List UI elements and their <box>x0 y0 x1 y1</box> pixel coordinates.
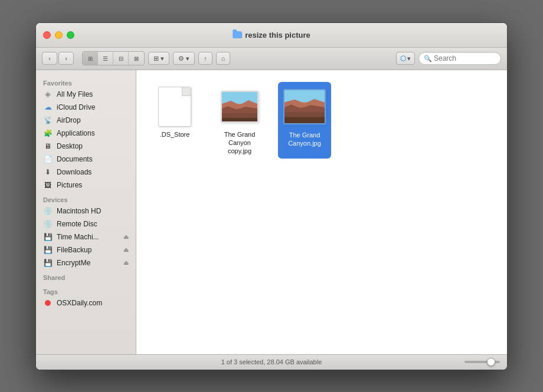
sidebar-item-desktop[interactable]: 🖥 Desktop <box>36 140 136 153</box>
view-buttons: ⊞ ☰ ⊟ ⊠ <box>82 51 145 65</box>
icloud-icon: ☁ <box>43 103 53 112</box>
action-button[interactable]: ⚙ ▾ <box>173 52 195 65</box>
airdrop-icon: 📡 <box>43 116 53 125</box>
titlebar: resize this picture <box>36 23 507 48</box>
sidebar-item-airdrop[interactable]: 📡 AirDrop <box>36 114 136 127</box>
sidebar-item-downloads[interactable]: ⬇ Downloads <box>36 166 136 179</box>
share-label: ↑ <box>204 55 207 62</box>
sidebar-label: Applications <box>57 129 95 137</box>
sidebar-item-documents[interactable]: 📄 Documents <box>36 153 136 166</box>
file-name: The Grand Canyon copy.jpg <box>217 130 263 156</box>
sidebar-label: AirDrop <box>57 116 81 124</box>
dropbox-button[interactable]: ⬡ ▾ <box>396 52 415 65</box>
allfiles-icon: ◈ <box>43 90 53 99</box>
sidebar-label: All My Files <box>57 90 93 98</box>
downloads-icon: ⬇ <box>43 167 53 177</box>
file-icon <box>283 85 326 128</box>
file-name: .DS_Store <box>160 130 190 139</box>
back-button[interactable]: ‹ <box>42 52 57 65</box>
eject-icon[interactable]: ⏏ <box>123 233 129 240</box>
devices-section-label: Devices <box>36 194 136 205</box>
svg-rect-10 <box>284 112 325 117</box>
search-box[interactable]: 🔍 <box>418 52 501 65</box>
svg-rect-11 <box>284 117 325 123</box>
sidebar-item-time-machine[interactable]: 💾 Time Machi... ⏏ <box>36 230 136 243</box>
sidebar-label: Documents <box>57 155 93 163</box>
desktop-icon: 🖥 <box>43 141 53 151</box>
sidebar-label: OSXDaily.com <box>57 299 102 307</box>
share-button[interactable]: ↑ <box>198 52 212 65</box>
sidebar-item-icloud[interactable]: ☁ iCloud Drive <box>36 101 136 114</box>
traffic-lights <box>43 31 74 39</box>
image-thumbnail <box>221 91 259 123</box>
file-item-canyon[interactable]: The Grand Canyon.jpg <box>278 82 331 159</box>
view-list-button[interactable]: ☰ <box>98 52 113 65</box>
slider-track <box>465 361 500 363</box>
filebackup-icon: 💾 <box>43 245 53 255</box>
shared-section-label: Shared <box>36 272 136 282</box>
folder-icon <box>233 31 242 38</box>
transform-button[interactable]: ⌂ <box>216 52 231 65</box>
window-title: resize this picture <box>233 31 310 39</box>
sidebar-item-all-my-files[interactable]: ◈ All My Files <box>36 88 136 101</box>
image-thumbnail-selected <box>283 89 326 124</box>
view-coverflow-button[interactable]: ⊠ <box>129 52 144 65</box>
file-name: The Grand Canyon.jpg <box>282 130 328 149</box>
view-column-button[interactable]: ⊟ <box>113 52 129 65</box>
finder-main: .DS_Store <box>136 70 507 354</box>
file-item-canyon-copy[interactable]: The Grand Canyon copy.jpg <box>213 82 266 159</box>
sidebar-label: iCloud Drive <box>57 103 95 111</box>
sidebar-label: FileBackup <box>57 246 91 254</box>
eject-icon[interactable]: ⏏ <box>123 246 129 253</box>
slider-thumb[interactable] <box>487 358 495 366</box>
dropbox-chevron: ▾ <box>407 55 411 62</box>
svg-rect-3 <box>222 113 257 118</box>
sidebar-label: EncryptMe <box>57 259 90 267</box>
applications-icon: 🧩 <box>43 129 53 138</box>
nav-buttons: ‹ › <box>42 52 74 65</box>
document-icon <box>158 87 191 127</box>
documents-icon: 📄 <box>43 154 53 164</box>
sidebar-item-applications[interactable]: 🧩 Applications <box>36 127 136 140</box>
zoom-slider[interactable] <box>465 361 500 363</box>
close-button[interactable] <box>43 31 51 39</box>
action-label: ⚙ ▾ <box>178 55 189 62</box>
statusbar: 1 of 3 selected, 28.04 GB available <box>36 354 507 370</box>
content-area: Favorites ◈ All My Files ☁ iCloud Drive … <box>36 70 507 354</box>
canyon-scene-selected <box>284 90 325 123</box>
sidebar-item-macintosh-hd[interactable]: 💿 Macintosh HD <box>36 205 136 218</box>
sidebar-item-encryptme[interactable]: 💾 EncryptMe ⏏ <box>36 256 136 269</box>
dropbox-icon: ⬡ <box>400 54 406 62</box>
sidebar-item-remote-disc[interactable]: 💿 Remote Disc <box>36 218 136 230</box>
transform-label: ⌂ <box>221 55 225 62</box>
encryptme-icon: 💾 <box>43 258 53 268</box>
sidebar-label: Downloads <box>57 168 91 176</box>
sidebar: Favorites ◈ All My Files ☁ iCloud Drive … <box>36 70 136 354</box>
arrange-label: ⊞ ▾ <box>153 55 164 62</box>
search-icon: 🔍 <box>424 55 432 62</box>
minimize-button[interactable] <box>55 31 63 39</box>
finder-window: resize this picture ‹ › ⊞ ☰ ⊟ ⊠ ⊞ ▾ ⚙ ▾ … <box>35 22 508 370</box>
file-icon <box>218 85 261 128</box>
macintosh-hd-icon: 💿 <box>43 206 53 216</box>
forward-button[interactable]: › <box>58 52 74 65</box>
sidebar-label: Macintosh HD <box>57 207 101 215</box>
sidebar-label: Pictures <box>57 181 82 189</box>
file-item-ds-store[interactable]: .DS_Store <box>148 82 201 159</box>
sidebar-label: Remote Disc <box>57 220 97 228</box>
maximize-button[interactable] <box>67 31 74 39</box>
sidebar-label: Time Machi... <box>57 233 99 241</box>
search-input[interactable] <box>434 54 496 62</box>
eject-icon[interactable]: ⏏ <box>123 259 129 266</box>
view-icon-button[interactable]: ⊞ <box>83 52 98 65</box>
sidebar-item-pictures[interactable]: 🖼 Pictures <box>36 179 136 192</box>
sidebar-label: Desktop <box>57 142 83 150</box>
toolbar: ‹ › ⊞ ☰ ⊟ ⊠ ⊞ ▾ ⚙ ▾ ↑ ⌂ ⬡ ▾ 🔍 <box>36 48 507 70</box>
arrange-button[interactable]: ⊞ ▾ <box>148 52 169 65</box>
sidebar-item-osxdaily[interactable]: OSXDaily.com <box>36 297 136 309</box>
status-text: 1 of 3 selected, 28.04 GB available <box>221 358 322 365</box>
sidebar-item-filebackup[interactable]: 💾 FileBackup ⏏ <box>36 243 136 256</box>
favorites-section-label: Favorites <box>36 77 136 88</box>
canyon-scene <box>222 92 257 121</box>
tags-section-label: Tags <box>36 286 136 297</box>
